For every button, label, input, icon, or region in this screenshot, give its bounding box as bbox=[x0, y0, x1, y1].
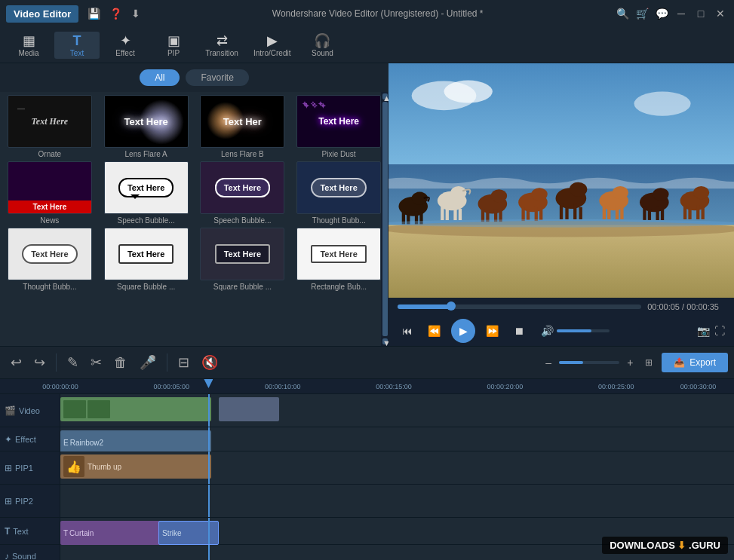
effect-clip-name: Rainbow2 bbox=[70, 439, 103, 447]
search-icon[interactable]: 🔍 bbox=[615, 8, 630, 20]
list-item[interactable]: Text Here Lens Flare A bbox=[100, 95, 193, 158]
fullscreen-button[interactable]: ⛶ bbox=[714, 325, 725, 337]
watermark: DOWNLOADS ⬇ .GURU bbox=[602, 537, 728, 554]
video-clip[interactable] bbox=[60, 397, 211, 421]
minimize-button[interactable]: ─ bbox=[674, 8, 689, 20]
text-label-text: Text bbox=[13, 527, 28, 536]
window-buttons[interactable]: 🔍 🛒 💬 ─ □ ✕ bbox=[615, 8, 728, 20]
rewind-button[interactable]: ⏮ bbox=[398, 322, 417, 340]
mute-button[interactable]: 🔇 bbox=[197, 351, 223, 374]
list-item[interactable]: Text Here Speech Bubble... bbox=[100, 161, 193, 225]
export-icon: 📤 bbox=[674, 357, 685, 368]
list-item[interactable]: Text Here Thought Bubb... bbox=[292, 161, 385, 225]
volume-slider[interactable] bbox=[557, 329, 610, 332]
scroll-up-btn[interactable]: ▲ bbox=[382, 93, 388, 99]
tab-text[interactable]: T Text bbox=[54, 32, 100, 59]
list-item[interactable]: ✦ ✧ ✦ Text Here Pixie Dust bbox=[292, 95, 385, 158]
list-item[interactable]: Text Here Speech Bubble... bbox=[196, 161, 290, 225]
watermark-downloads: DOWNLOADS bbox=[610, 540, 675, 551]
step-back-button[interactable]: ⏪ bbox=[423, 322, 445, 340]
tab-media[interactable]: ▦ Media bbox=[6, 31, 51, 59]
play-button[interactable]: ▶ bbox=[451, 319, 475, 343]
list-item[interactable]: Text Here Square Bubble ... bbox=[196, 228, 290, 291]
tab-all[interactable]: All bbox=[140, 69, 180, 86]
news-thumb: Text Here bbox=[8, 161, 92, 214]
zoom-in-button[interactable]: + bbox=[622, 353, 637, 372]
zoom-track[interactable] bbox=[559, 361, 619, 364]
download-icon[interactable]: ⬇ bbox=[131, 8, 140, 20]
lensflare-b-label: Lens Flare B bbox=[221, 150, 264, 158]
scroll-thumb[interactable] bbox=[382, 102, 388, 336]
video-thumb-2 bbox=[88, 400, 110, 418]
rect-label: Rectangle Bub... bbox=[311, 283, 367, 291]
filter-tabs: All Favorite bbox=[0, 63, 388, 92]
text-track-label: T Text bbox=[0, 518, 60, 544]
cut-button[interactable]: ✂ bbox=[86, 351, 106, 374]
media-icon: ▦ bbox=[23, 32, 35, 49]
scroll-down-btn[interactable]: ▼ bbox=[382, 338, 388, 344]
pip1-track-label: ⊞ PIP1 bbox=[0, 451, 60, 484]
current-time: 00:00:05 bbox=[647, 302, 680, 311]
svg-rect-48 bbox=[661, 209, 664, 220]
save-icon[interactable]: 💾 bbox=[88, 8, 100, 20]
video-preview bbox=[388, 63, 734, 298]
pixie-thumb: ✦ ✧ ✦ Text Here bbox=[296, 95, 381, 148]
pip1-label-text: PIP1 bbox=[15, 464, 33, 473]
record-button[interactable]: 🎤 bbox=[135, 351, 161, 374]
volume-area: 🔊 bbox=[541, 325, 610, 337]
cart-icon[interactable]: 🛒 bbox=[634, 8, 650, 20]
zoom-fit-button[interactable]: ⊞ bbox=[640, 354, 657, 371]
redo-button[interactable]: ↪ bbox=[29, 351, 50, 374]
chat-icon[interactable]: 💬 bbox=[654, 8, 669, 20]
list-item[interactable]: Text Here Rectangle Bub... bbox=[292, 228, 385, 291]
video-clip-2[interactable] bbox=[219, 397, 279, 421]
pip1-track-content: 👍 Thumb up bbox=[60, 451, 734, 484]
undo-button[interactable]: ↩ bbox=[6, 351, 26, 374]
playhead-line-text bbox=[208, 518, 210, 544]
effect-track: ✦ Effect E Rainbow2 bbox=[0, 427, 734, 451]
maximize-button[interactable]: □ bbox=[693, 8, 708, 20]
detach-audio-button[interactable]: ⊟ bbox=[174, 351, 194, 374]
seek-bar[interactable] bbox=[398, 304, 641, 309]
pip2-label-text: PIP2 bbox=[15, 497, 33, 506]
svg-point-50 bbox=[693, 186, 709, 199]
list-item[interactable]: Text Here News bbox=[3, 161, 97, 225]
list-item[interactable]: Text Here Ornate bbox=[3, 95, 97, 158]
svg-rect-54 bbox=[702, 207, 705, 219]
effect-label-text: Effect bbox=[15, 435, 36, 444]
tab-intro-credit[interactable]: ▶ Intro/Credit bbox=[247, 31, 296, 59]
list-item[interactable]: Text Her Lens Flare B bbox=[196, 95, 290, 158]
tab-pip[interactable]: ▣ PIP bbox=[151, 31, 196, 59]
seek-fill bbox=[398, 304, 451, 309]
tab-favorite[interactable]: Favorite bbox=[186, 69, 248, 86]
delete-button[interactable]: 🗑 bbox=[109, 352, 132, 374]
video-track-content bbox=[60, 394, 734, 427]
svg-point-55 bbox=[388, 219, 734, 228]
timeline-tracks[interactable]: 🎬 Video ✦ Effect bbox=[0, 394, 734, 560]
app-name: Video Editor bbox=[14, 8, 71, 20]
snapshot-button[interactable]: 📷 bbox=[697, 325, 710, 337]
list-item[interactable]: Text Here Square Bubble ... bbox=[100, 228, 193, 291]
total-time: 00:00:35 bbox=[686, 302, 719, 311]
speech-a-tail bbox=[131, 194, 140, 203]
tab-transition[interactable]: ⇄ Transition bbox=[199, 31, 244, 59]
edit-button[interactable]: ✎ bbox=[63, 351, 83, 374]
square-a-label: Square Bubble ... bbox=[117, 283, 175, 291]
pip1-clip[interactable]: 👍 Thumb up bbox=[60, 454, 211, 479]
progress-area[interactable] bbox=[398, 304, 641, 309]
square-b-thumb: Text Here bbox=[200, 228, 284, 280]
close-button[interactable]: ✕ bbox=[713, 8, 728, 20]
left-panel: All Favorite Text Here Ornate bbox=[0, 63, 388, 346]
list-item[interactable]: Text Here Thought Bubb... bbox=[3, 228, 97, 291]
step-forward-button[interactable]: ⏩ bbox=[481, 322, 503, 340]
help-icon[interactable]: ❓ bbox=[109, 8, 122, 20]
seek-handle[interactable] bbox=[447, 301, 456, 311]
export-button[interactable]: 📤 Export bbox=[662, 353, 728, 372]
tab-effect[interactable]: ✦ Effect bbox=[103, 31, 148, 59]
stop-button[interactable]: ⏹ bbox=[509, 322, 529, 340]
zoom-out-button[interactable]: – bbox=[541, 353, 556, 372]
tab-sound[interactable]: 🎧 Sound bbox=[299, 31, 345, 59]
titlebar-icons[interactable]: 💾 ❓ ⬇ bbox=[88, 8, 140, 20]
grid-scroll[interactable]: Text Here Ornate Text Here Lens Flare A bbox=[0, 92, 388, 294]
grid-scrollbar[interactable]: ▲ ▼ bbox=[381, 92, 388, 346]
